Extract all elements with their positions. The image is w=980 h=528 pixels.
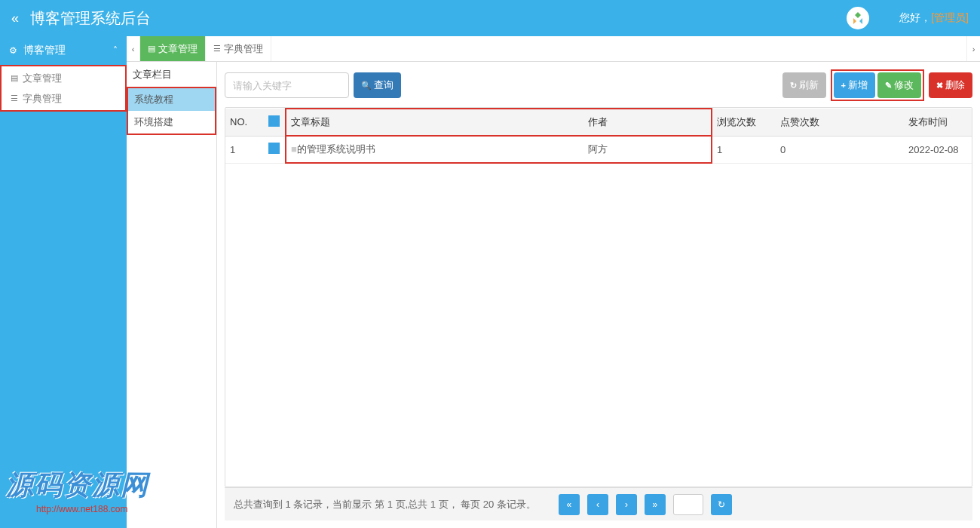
th-likes[interactable]: 点赞次数	[776, 109, 904, 136]
close-icon: ✖	[936, 81, 943, 91]
add-button[interactable]: +新增	[834, 72, 875, 98]
table-header-row: NO. 文章标题 作者 浏览次数 点赞次数 发布时间	[225, 109, 972, 136]
th-no[interactable]: NO.	[225, 109, 263, 136]
toolbar: 🔍查询 ↻刷新 +新增 ✎修改 ✖删除	[225, 69, 972, 101]
cell-no: 1	[225, 136, 263, 163]
page-last-button[interactable]: »	[645, 494, 666, 515]
logo-icon[interactable]	[847, 7, 869, 29]
pagination-bar: 总共查询到 1 条记录，当前显示 第 1 页,总共 1 页， 每页 20 条记录…	[225, 487, 972, 520]
page-go-button[interactable]: ↻	[711, 494, 732, 515]
sidebar: ⚙ 博客管理 ˄ ▤ 文章管理 ☰ 字典管理	[0, 36, 127, 528]
pagination-info: 总共查询到 1 条记录，当前显示 第 1 页,总共 1 页， 每页 20 条记录…	[234, 498, 536, 511]
page-number-input[interactable]	[673, 494, 703, 515]
search-button[interactable]: 🔍查询	[354, 72, 401, 98]
category-item-env[interactable]: 环境搭建	[128, 111, 215, 134]
page-prev-button[interactable]: ‹	[587, 494, 608, 515]
table-row[interactable]: 1 ■的管理系统说明书 阿方 1 0 2022-02-08	[225, 136, 972, 163]
th-author[interactable]: 作者	[583, 109, 712, 136]
sidebar-sub-group: ▤ 文章管理 ☰ 字典管理	[0, 65, 127, 112]
data-table: NO. 文章标题 作者 浏览次数 点赞次数 发布时间 1	[225, 107, 972, 487]
tab-scroll-left[interactable]: ‹	[127, 36, 140, 61]
cell-title: ■的管理系统说明书	[286, 136, 583, 163]
edit-icon: ✎	[885, 81, 892, 91]
delete-button[interactable]: ✖删除	[929, 72, 972, 98]
list-icon: ☰	[213, 44, 221, 54]
list-icon: ☰	[11, 94, 18, 103]
greeting: 您好，[管理员]	[899, 11, 969, 25]
th-views[interactable]: 浏览次数	[712, 109, 776, 136]
search-input[interactable]	[225, 72, 349, 98]
page-next-button[interactable]: ›	[616, 494, 637, 515]
app-title: 博客管理系统后台	[30, 8, 847, 29]
chevron-up-icon: ˄	[113, 45, 118, 56]
book-icon: ▤	[11, 73, 18, 83]
tab-scroll-right[interactable]: ›	[966, 36, 980, 61]
refresh-button[interactable]: ↻刷新	[782, 72, 826, 98]
cell-date: 2022-02-08	[904, 136, 972, 163]
sidebar-item-dict[interactable]: ☰ 字典管理	[2, 88, 125, 109]
tab-bar: ‹ ▤ 文章管理 ☰ 字典管理 ›	[127, 36, 980, 62]
sidebar-item-article[interactable]: ▤ 文章管理	[2, 68, 125, 88]
checkbox-icon[interactable]	[268, 143, 280, 154]
checkbox-icon[interactable]	[268, 115, 280, 127]
app-header: « 博客管理系统后台 您好，[管理员]	[0, 0, 980, 36]
cell-author: 阿方	[583, 136, 712, 163]
gears-icon: ⚙	[9, 45, 17, 56]
content-area: 🔍查询 ↻刷新 +新增 ✎修改 ✖删除 NO.	[217, 62, 980, 528]
page-first-button[interactable]: «	[559, 494, 580, 515]
plus-icon: +	[841, 81, 846, 90]
edit-button[interactable]: ✎修改	[877, 72, 921, 98]
sidebar-collapse-icon[interactable]: «	[11, 11, 19, 26]
cell-checkbox[interactable]	[263, 136, 286, 163]
category-header: 文章栏目	[127, 62, 216, 87]
sidebar-section-blog[interactable]: ⚙ 博客管理 ˄	[0, 36, 127, 65]
refresh-icon: ↻	[790, 81, 797, 91]
tab-dict[interactable]: ☰ 字典管理	[206, 36, 271, 61]
cell-likes: 0	[776, 136, 904, 163]
tab-article[interactable]: ▤ 文章管理	[140, 36, 206, 61]
cell-views: 1	[712, 136, 776, 163]
th-select-all[interactable]	[263, 109, 286, 136]
th-date[interactable]: 发布时间	[904, 109, 972, 136]
category-panel: 文章栏目 系统教程 环境搭建	[127, 62, 217, 528]
book-icon: ▤	[148, 44, 155, 54]
th-title[interactable]: 文章标题	[286, 109, 583, 136]
category-item-system[interactable]: 系统教程	[128, 88, 215, 111]
user-role[interactable]: [管理员]	[931, 11, 969, 23]
search-icon: 🔍	[361, 81, 372, 91]
